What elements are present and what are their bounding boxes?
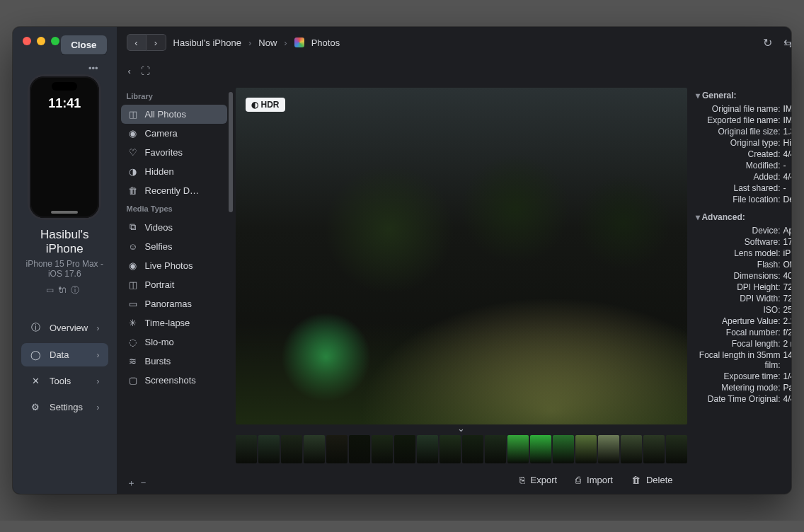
library-item[interactable]: 🗑Recently D…	[121, 181, 227, 200]
thumbnail[interactable]	[304, 435, 325, 463]
inspector-value: -	[783, 161, 791, 170]
mediatype-item[interactable]: ▭Panoramas	[121, 294, 227, 313]
library-item[interactable]: ◫All Photos	[121, 105, 227, 124]
chevron-right-icon: ›	[96, 323, 99, 333]
breadcrumb-item[interactable]: Hasibul's iPhone	[173, 37, 241, 48]
inspector-general-header[interactable]: General:	[690, 88, 791, 103]
transfer-icon[interactable]: ⇆	[783, 36, 791, 50]
settings-icon: ⚙	[30, 402, 41, 412]
info-icon[interactable]: ⓘ	[71, 285, 84, 295]
inspector-row: Focal number:f/2.2	[690, 327, 791, 338]
mediatype-item[interactable]: ◌Slo-mo	[121, 332, 227, 352]
thumbnail[interactable]	[621, 435, 642, 463]
inspector-row: File location:Devi…	[690, 194, 791, 205]
thumbnail[interactable]	[530, 435, 551, 463]
inspector-key: Flash:	[693, 260, 783, 270]
inspector-key: Device:	[693, 226, 783, 236]
mediatype-item[interactable]: ◫Portrait	[121, 275, 227, 294]
library-item[interactable]: ◉Camera	[121, 124, 227, 143]
mediatype-item-label: Panoramas	[145, 299, 192, 309]
refresh-icon[interactable]: ↻	[763, 36, 772, 50]
close-button[interactable]: Close	[61, 35, 106, 54]
strip-collapse-icon[interactable]: ⌄	[233, 423, 690, 433]
inspector-row: Original file name:IMG…	[690, 103, 791, 115]
device-status-icons: ▭🔌︎ⓘ	[21, 284, 108, 296]
mediatype-item[interactable]: ≋Bursts	[121, 352, 227, 371]
mediatype-item-icon: ▭	[128, 299, 138, 309]
thumbnail[interactable]	[462, 435, 483, 463]
inspector-key: Original type:	[693, 138, 783, 148]
thumbnail[interactable]	[598, 435, 619, 463]
back-icon[interactable]: ‹	[128, 66, 131, 76]
inspector-advanced-header[interactable]: Advanced:	[690, 209, 791, 225]
minimize-window-dot[interactable]	[37, 37, 45, 45]
action-bar: ⎘Export ⎙Import 🗑︎Delete	[233, 466, 690, 494]
export-icon: ⎘	[519, 475, 525, 485]
mediatype-item-icon: ◉	[128, 260, 138, 271]
inspector-value: 72.00	[783, 294, 791, 303]
mediatype-item[interactable]: ☺Selfies	[121, 237, 227, 256]
inspector-value: 403…	[783, 271, 791, 281]
inspector-key: Original file size:	[693, 127, 783, 137]
inspector-value: 1/4	[783, 371, 791, 381]
breadcrumb-item[interactable]: Now	[258, 37, 277, 48]
usb-icon: 🔌︎	[58, 285, 71, 295]
thumbnail[interactable]	[394, 435, 415, 463]
inspector-value: 72.00	[783, 282, 791, 292]
data-icon: ◯	[30, 349, 41, 360]
inspector-key: File location:	[693, 195, 783, 204]
fullscreen-icon[interactable]: ⛶	[141, 66, 150, 76]
export-button[interactable]: ⎘Export	[519, 475, 558, 485]
inspector-key: Dimensions:	[693, 271, 783, 281]
breadcrumb-item[interactable]: Photos	[311, 37, 340, 48]
thumbnail[interactable]	[643, 435, 665, 463]
sidebar-item-label: Data	[50, 349, 69, 360]
mediatype-item[interactable]: ◉Live Photos	[121, 256, 227, 275]
inspector-row: Exported file name:IMG…	[690, 115, 791, 126]
sidebar-item-overview[interactable]: ⓘOverview›	[21, 315, 108, 340]
zoom-window-dot[interactable]	[51, 37, 59, 45]
thumbnail[interactable]	[349, 435, 370, 463]
nav-back-button[interactable]: ‹	[127, 34, 147, 51]
thumbnail[interactable]	[417, 435, 438, 463]
thumbnail-strip[interactable]	[233, 433, 690, 466]
app-window: Close ••• 11:41 Hasibul's iPhone iPhone …	[13, 27, 791, 494]
thumbnail[interactable]	[485, 435, 506, 463]
thumbnail[interactable]	[258, 435, 280, 463]
mediatype-item[interactable]: ▢Screenshots	[121, 371, 227, 390]
library-item[interactable]: ◑Hidden	[121, 162, 227, 181]
photo-preview[interactable]: ◐HDR	[236, 88, 687, 424]
add-button[interactable]: ＋	[127, 478, 136, 488]
thumbnail[interactable]	[666, 435, 687, 463]
sidebar-item-label: Settings	[50, 402, 83, 412]
thumbnail[interactable]	[575, 435, 597, 463]
thumbnail[interactable]	[440, 435, 461, 463]
thumbnail[interactable]	[236, 435, 257, 463]
remove-button[interactable]: −	[141, 478, 147, 488]
sidebar-item-settings[interactable]: ⚙Settings›	[21, 395, 108, 419]
inspector-value: 2500	[783, 305, 791, 315]
inspector-key: Last shared:	[693, 183, 783, 193]
thumbnail[interactable]	[553, 435, 574, 463]
mediatype-item-label: Selfies	[145, 241, 173, 252]
import-icon: ⎙	[575, 475, 581, 485]
library-item[interactable]: ♡Favorites	[121, 143, 227, 162]
close-window-dot[interactable]	[23, 37, 31, 45]
import-button[interactable]: ⎙Import	[575, 475, 613, 485]
inspector-value: Appl…	[783, 226, 791, 236]
scrollbar[interactable]	[229, 92, 233, 212]
mediatype-item-icon: ◌	[128, 337, 138, 347]
thumbnail[interactable]	[281, 435, 302, 463]
inspector-value: 14…	[783, 350, 791, 370]
mediatype-item-icon: ☺	[128, 241, 138, 252]
nav-forward-button[interactable]: ›	[147, 34, 166, 51]
thumbnail[interactable]	[507, 435, 529, 463]
delete-button[interactable]: 🗑︎Delete	[631, 475, 673, 485]
mediatype-item[interactable]: ✳Time-lapse	[121, 313, 227, 332]
sidebar-item-tools[interactable]: ✕Tools›	[21, 369, 108, 393]
sidebar-item-data[interactable]: ◯Data›	[21, 343, 108, 366]
mediatype-item[interactable]: ⧉Videos	[121, 217, 227, 237]
sidebar-more-icon[interactable]: •••	[31, 63, 98, 74]
thumbnail[interactable]	[372, 435, 393, 463]
thumbnail[interactable]	[326, 435, 348, 463]
